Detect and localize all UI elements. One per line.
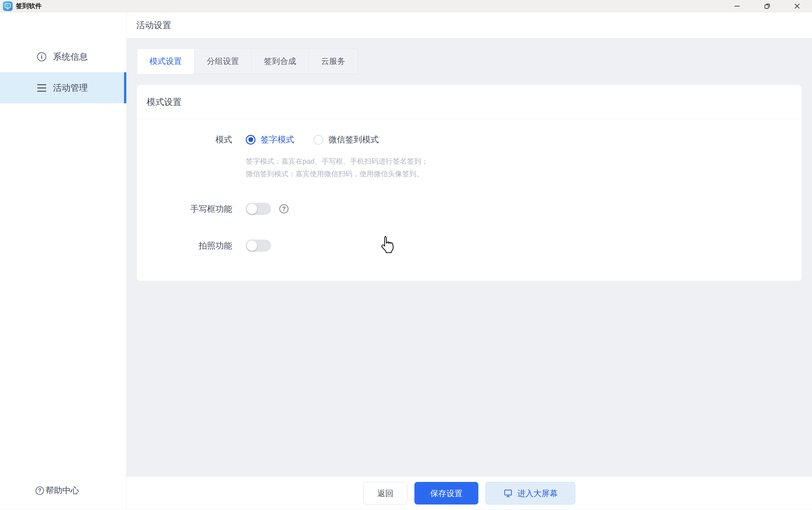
mode-label: 模式 <box>137 134 232 145</box>
mode-helper-text: 签字模式：嘉宾在pad、手写框、手机扫码进行签名签到； 微信签到模式：嘉宾使用微… <box>246 155 802 180</box>
menu-icon <box>37 83 47 93</box>
mode-radio-group: 签字模式 微信签到模式 <box>246 134 379 145</box>
main-area: 活动设置 模式设置 分组设置 签到合成 云服务 模式设置 模式 <box>126 12 812 510</box>
monitor-icon <box>503 488 513 498</box>
content-area: 模式设置 分组设置 签到合成 云服务 模式设置 模式 签字模式 <box>126 38 812 477</box>
back-button[interactable]: 返回 <box>364 482 407 505</box>
tab-group-settings[interactable]: 分组设置 <box>195 49 252 73</box>
restore-button[interactable] <box>752 0 782 12</box>
radio-signature-mode[interactable]: 签字模式 <box>246 134 294 145</box>
sidebar-item-label: 活动管理 <box>53 82 88 94</box>
handwriting-row: 手写框功能 ? <box>137 203 802 215</box>
handwriting-toggle-off[interactable] <box>246 203 271 215</box>
app-icon <box>3 1 12 11</box>
sidebar-item-label: 系统信息 <box>53 51 88 63</box>
card-title: 模式设置 <box>137 85 802 119</box>
enter-big-screen-button[interactable]: 进入大屏幕 <box>486 482 575 505</box>
mode-settings-card: 模式设置 模式 签字模式 微信签到模式 <box>137 85 802 281</box>
photo-toggle-off[interactable] <box>246 240 271 252</box>
sidebar-item-system-info[interactable]: i 系统信息 <box>0 41 126 72</box>
mode-row: 模式 签字模式 微信签到模式 <box>137 134 802 145</box>
close-button[interactable] <box>782 0 812 12</box>
minimize-button[interactable] <box>722 0 752 12</box>
footer-bar: 返回 保存设置 进入大屏幕 <box>126 477 812 510</box>
question-circle-icon: ? <box>35 486 44 495</box>
sidebar: i 系统信息 活动管理 ? 帮助中心 <box>0 12 126 510</box>
settings-tab-bar: 模式设置 分组设置 签到合成 云服务 <box>137 49 358 74</box>
help-center-link[interactable]: ? 帮助中心 <box>35 485 79 496</box>
window-title: 签到软件 <box>16 2 42 10</box>
titlebar: 签到软件 <box>0 0 812 12</box>
radio-unselected-icon <box>314 135 323 145</box>
photo-row: 拍照功能 <box>137 240 802 252</box>
photo-label: 拍照功能 <box>137 240 232 251</box>
tab-signin-composite[interactable]: 签到合成 <box>252 49 309 73</box>
info-circle-icon: i <box>37 52 47 62</box>
radio-selected-icon <box>246 135 256 145</box>
help-center-label: 帮助中心 <box>46 485 79 496</box>
page-title: 活动设置 <box>136 19 171 31</box>
save-settings-button[interactable]: 保存设置 <box>414 482 478 505</box>
radio-wechat-mode[interactable]: 微信签到模式 <box>314 134 379 145</box>
tab-mode-settings[interactable]: 模式设置 <box>137 49 195 73</box>
sidebar-item-activity-management[interactable]: 活动管理 <box>0 72 126 103</box>
enter-big-screen-label: 进入大屏幕 <box>517 488 558 499</box>
window-controls <box>722 0 812 12</box>
handwriting-label: 手写框功能 <box>137 203 232 215</box>
help-question-icon[interactable]: ? <box>280 204 288 213</box>
tab-cloud-service[interactable]: 云服务 <box>309 49 357 73</box>
page-header: 活动设置 <box>126 12 812 38</box>
